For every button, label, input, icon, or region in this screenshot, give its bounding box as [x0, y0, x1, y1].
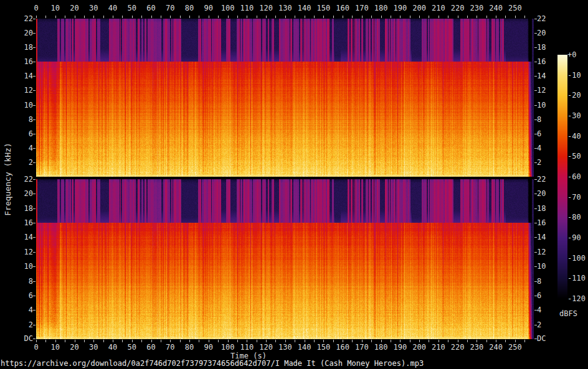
- time-tick-label: 30: [89, 343, 98, 352]
- freq-dc-label: DC: [537, 335, 546, 343]
- freq-tick: [33, 194, 36, 194]
- freq-tick-label: 18: [537, 44, 546, 52]
- time-tick: [285, 340, 286, 342]
- time-tick: [391, 16, 391, 18]
- time-tick: [524, 340, 525, 342]
- time-tick-label: 160: [336, 343, 349, 352]
- time-tick: [467, 16, 468, 18]
- time-tick: [524, 16, 525, 18]
- time-tick: [180, 16, 181, 18]
- freq-tick: [33, 90, 36, 91]
- freq-tick: [534, 339, 537, 339]
- freq-tick-label: 10: [537, 101, 546, 110]
- time-tick: [314, 340, 315, 342]
- time-tick-label: 180: [374, 4, 388, 12]
- time-tick: [486, 16, 487, 18]
- time-tick: [75, 16, 75, 18]
- time-tick: [323, 340, 324, 342]
- time-tick-label: 170: [355, 4, 369, 12]
- freq-tick: [33, 62, 36, 62]
- colorbar-tick-label: -30: [567, 112, 581, 120]
- time-tick: [103, 340, 104, 342]
- colorbar-tick-label: -60: [567, 173, 581, 181]
- freq-tick: [33, 33, 36, 34]
- time-tick: [75, 340, 75, 342]
- freq-tick: [534, 90, 537, 91]
- source-url: https://archive.org/download/0a2f746d702…: [1, 360, 424, 368]
- freq-tick: [33, 223, 36, 223]
- freq-tick: [33, 162, 36, 163]
- freq-tick-label: 2: [537, 321, 541, 329]
- time-tick: [161, 340, 161, 342]
- time-tick-label: 120: [259, 4, 273, 12]
- time-tick: [352, 340, 353, 342]
- time-tick: [362, 16, 363, 18]
- colorbar-tick-label: -20: [567, 91, 581, 100]
- freq-tick: [534, 208, 537, 209]
- time-tick: [84, 340, 85, 342]
- freq-tick-label: 8: [0, 278, 33, 286]
- freq-tick-label: 20: [537, 29, 546, 37]
- time-tick: [458, 340, 458, 342]
- freq-tick-label: 12: [0, 86, 33, 95]
- freq-tick: [534, 325, 537, 325]
- time-tick-label: 80: [185, 4, 194, 12]
- freq-tick-label: 4: [537, 144, 541, 152]
- freq-tick: [534, 194, 537, 194]
- time-tick: [170, 16, 171, 18]
- freq-tick-label: 4: [537, 306, 541, 314]
- freq-tick: [33, 237, 36, 238]
- time-tick: [419, 340, 420, 342]
- time-tick: [84, 16, 85, 18]
- time-tick-label: 140: [298, 343, 311, 352]
- time-tick: [257, 340, 257, 342]
- freq-tick-label: 18: [0, 44, 33, 52]
- time-tick-label: 80: [185, 343, 194, 352]
- time-tick: [275, 16, 276, 18]
- freq-tick: [534, 47, 537, 48]
- time-tick-label: 250: [508, 343, 522, 352]
- time-tick: [486, 340, 487, 342]
- freq-tick-label: 6: [0, 292, 33, 300]
- time-tick: [93, 340, 94, 342]
- time-tick: [400, 340, 401, 342]
- time-tick: [113, 16, 113, 18]
- freq-tick-label: 16: [537, 58, 546, 66]
- time-tick: [314, 16, 315, 18]
- time-tick: [505, 16, 506, 18]
- time-tick: [429, 340, 429, 342]
- time-tick-label: 150: [316, 4, 330, 12]
- time-tick: [247, 16, 247, 18]
- time-tick: [45, 340, 46, 342]
- freq-tick: [33, 339, 36, 339]
- time-tick: [496, 340, 496, 342]
- freq-tick-label: 18: [537, 205, 546, 213]
- time-tick: [122, 340, 123, 342]
- colorbar-tick-label: -80: [567, 213, 581, 222]
- time-tick: [352, 16, 353, 18]
- time-tick-label: 100: [221, 343, 235, 352]
- time-tick: [65, 340, 65, 342]
- time-tick: [467, 340, 468, 342]
- time-tick-label: 200: [412, 343, 426, 352]
- time-tick-label: 20: [70, 4, 78, 12]
- freq-tick: [534, 148, 537, 149]
- time-tick-label: 180: [374, 343, 388, 352]
- colorbar-tick-label: -100: [567, 255, 586, 263]
- time-tick: [218, 16, 219, 18]
- time-tick-label: 50: [128, 4, 136, 12]
- time-tick-label: 190: [393, 4, 407, 12]
- freq-tick-label: 10: [0, 101, 33, 110]
- time-tick-label: 220: [451, 4, 465, 12]
- time-tick-label: 50: [128, 343, 136, 352]
- freq-tick: [534, 62, 537, 62]
- time-tick-label: 90: [204, 4, 213, 12]
- time-tick: [362, 340, 363, 342]
- time-tick-label: 250: [508, 4, 522, 12]
- freq-tick: [534, 223, 537, 223]
- freq-tick: [534, 179, 537, 180]
- freq-tick-label: 22: [537, 175, 546, 184]
- colorbar: [557, 55, 567, 299]
- freq-tick: [33, 134, 36, 134]
- freq-tick: [534, 237, 537, 238]
